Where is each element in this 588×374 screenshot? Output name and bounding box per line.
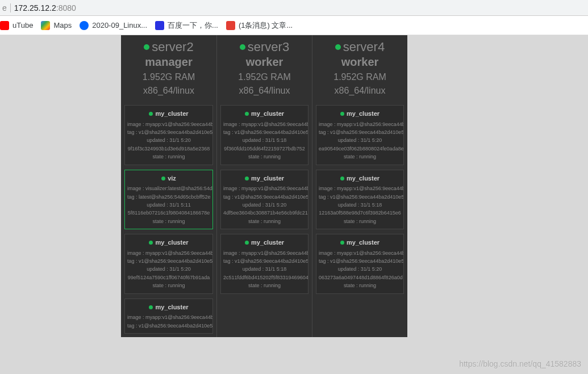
card-info-line: image : myapp:v1@sha256:9eeca44b [223, 184, 306, 192]
card-info-line: 2c511fddf6bd415202f5f83319469604 [223, 274, 306, 281]
status-dot-icon [245, 177, 249, 180]
card-info-line: updated : 31/1 5:20 [319, 265, 401, 273]
node-role: manager [123, 56, 214, 69]
bookmark-item-1[interactable]: Maps [41, 21, 72, 30]
card-info-line: updated : 31/1 5:18 [319, 201, 401, 209]
card-title-text: my_cluster [347, 109, 380, 119]
status-dot-icon [340, 112, 344, 116]
bookmark-item-2[interactable]: 2020-09_Linux... [80, 21, 147, 30]
node-arch: x86_64/linux [219, 86, 310, 96]
card-info-line: tag : v1@sha256:9eeca44ba2d410e5 [127, 322, 210, 330]
card-info-line: 9f16f3c324993b1d3e6d918a5e2368 [127, 145, 210, 153]
cards-container: my_clusterimage : myapp:v1@sha256:9eeca4… [312, 102, 407, 297]
service-card[interactable]: my_clusterimage : myapp:v1@sha256:9eeca4… [316, 170, 404, 230]
card-title: my_cluster [127, 109, 210, 119]
node-arch: x86_64/linux [315, 86, 405, 96]
cards-container: my_clusterimage : myapp:v1@sha256:9eeca4… [121, 102, 216, 337]
service-card[interactable]: my_clusterimage : myapp:v1@sha256:9eeca4… [316, 234, 404, 294]
card-title: my_cluster [127, 302, 210, 313]
node-header: server2manager1.952G RAMx86_64/linux [121, 35, 216, 102]
card-info-line: 4df5ee3604bc308871b4e56cb9fdc21 [223, 209, 306, 217]
status-dot-icon [149, 305, 153, 309]
card-title-text: my_cluster [347, 174, 380, 184]
watermark-text: https://blog.csdn.net/qq_41582883 [459, 359, 581, 368]
node-arch: x86_64/linux [123, 86, 214, 96]
card-info-line: updated : 31/1 5:11 [127, 201, 210, 209]
card-title-text: viz [168, 174, 176, 184]
url-port: :8080 [56, 3, 76, 12]
card-info-line: image : myapp:v1@sha256:9eeca44b [127, 249, 210, 257]
node-ram: 1.952G RAM [315, 72, 405, 82]
card-title: my_cluster [319, 174, 401, 184]
card-info-line: state : running [319, 281, 401, 289]
card-info-line: state : running [127, 217, 210, 225]
card-info-line: state : running [223, 153, 306, 161]
bookmark-item-3[interactable]: 百度一下，你... [155, 20, 218, 31]
status-dot-icon [245, 112, 249, 116]
url-bar[interactable]: e 172.25.12.2 :8080 [0, 0, 588, 16]
status-dot-icon [335, 44, 341, 50]
status-dot-icon [161, 177, 165, 180]
node-role: worker [315, 56, 405, 69]
card-info-line: image : myapp:v1@sha256:9eeca44b [127, 313, 210, 321]
status-dot-icon [340, 177, 344, 180]
status-dot-icon [144, 44, 149, 50]
status-dot-icon [245, 241, 249, 245]
card-info-line: ea90549ce03f062b8808024fe0ada8e [319, 145, 401, 153]
card-info-line: 5f8116eb07216c1f9804084186678e [127, 209, 210, 217]
card-title: my_cluster [223, 109, 306, 119]
card-info-line: state : running [223, 281, 306, 289]
service-card[interactable]: my_clusterimage : myapp:v1@sha256:9eeca4… [220, 234, 308, 294]
card-info-line: tag : v1@sha256:9eeca44ba2d410e5 [319, 193, 401, 201]
card-info-line: updated : 31/1 5:20 [319, 136, 401, 144]
card-info-line: 9f360fdd105dd64f22159727bdb752 [223, 145, 306, 153]
cards-container: my_clusterimage : myapp:v1@sha256:9eeca4… [217, 102, 312, 297]
card-info-line: image : myapp:v1@sha256:9eeca44b [127, 120, 210, 128]
service-card[interactable]: my_clusterimage : myapp:v1@sha256:9eeca4… [316, 105, 404, 165]
bookmark-item-0[interactable]: uTube [0, 21, 33, 30]
node-name: server3 [248, 40, 289, 54]
status-dot-icon [240, 44, 245, 50]
service-card[interactable]: my_clusterimage : myapp:v1@sha256:9eeca4… [124, 105, 213, 165]
card-info-line: image : myapp:v1@sha256:9eeca44b [223, 249, 306, 257]
node-header: server3worker1.952G RAMx86_64/linux [217, 35, 312, 102]
card-title: my_cluster [319, 238, 401, 248]
card-info-line: tag : v1@sha256:9eeca44ba2d410e5 [223, 193, 306, 201]
card-info-line: updated : 31/1 5:18 [223, 265, 306, 273]
service-card[interactable]: vizimage : visualizer:latest@sha256:54dt… [124, 170, 213, 230]
card-info-line: updated : 31/1 5:20 [223, 201, 306, 209]
status-dot-icon [149, 112, 153, 116]
node-server2: server2manager1.952G RAMx86_64/linuxmy_c… [121, 35, 216, 337]
service-card[interactable]: my_clusterimage : myapp:v1@sha256:9eeca4… [124, 234, 213, 294]
card-info-line: tag : v1@sha256:9eeca44ba2d410e5 [319, 257, 401, 265]
card-title-text: my_cluster [251, 174, 284, 184]
card-info-line: image : myapp:v1@sha256:9eeca44b [319, 120, 401, 128]
status-dot-icon [340, 241, 344, 245]
node-server3: server3worker1.952G RAMx86_64/linuxmy_cl… [216, 35, 312, 337]
card-info-line: 12163a0f588e98d7c6f3982b6415e6 [319, 209, 401, 217]
card-info-line: tag : v1@sha256:9eeca44ba2d410e5 [223, 128, 306, 136]
node-name: server2 [152, 40, 193, 54]
card-info-line: image : myapp:v1@sha256:9eeca44b [223, 120, 306, 128]
card-info-line: tag : v1@sha256:9eeca44ba2d410e5 [127, 257, 210, 265]
card-title: viz [127, 174, 210, 184]
card-info-line: 063273a6a0497448d1d8864f826a0d [319, 274, 401, 281]
card-info-line: state : running [319, 153, 401, 161]
node-title: server2 [123, 40, 214, 54]
node-name: server4 [343, 40, 385, 54]
service-card[interactable]: my_clusterimage : myapp:v1@sha256:9eeca4… [124, 299, 213, 334]
card-title-text: my_cluster [155, 109, 188, 119]
bookmark-label: (1条消息) 文章... [239, 20, 293, 31]
bookmark-label: Maps [53, 21, 72, 30]
bookmark-item-4[interactable]: (1条消息) 文章... [226, 20, 293, 31]
bookmark-favicon [80, 21, 89, 30]
card-title: my_cluster [319, 109, 401, 119]
card-info-line: tag : latest@sha256:54d65cbcbff52e [127, 193, 210, 201]
node-title: server4 [315, 40, 405, 54]
service-card[interactable]: my_clusterimage : myapp:v1@sha256:9eeca4… [220, 170, 308, 230]
card-title-text: my_cluster [347, 238, 380, 248]
bookmark-label: 百度一下，你... [168, 20, 218, 31]
status-dot-icon [149, 241, 153, 245]
card-info-line: tag : v1@sha256:9eeca44ba2d410e5 [127, 128, 210, 136]
service-card[interactable]: my_clusterimage : myapp:v1@sha256:9eeca4… [220, 105, 308, 165]
